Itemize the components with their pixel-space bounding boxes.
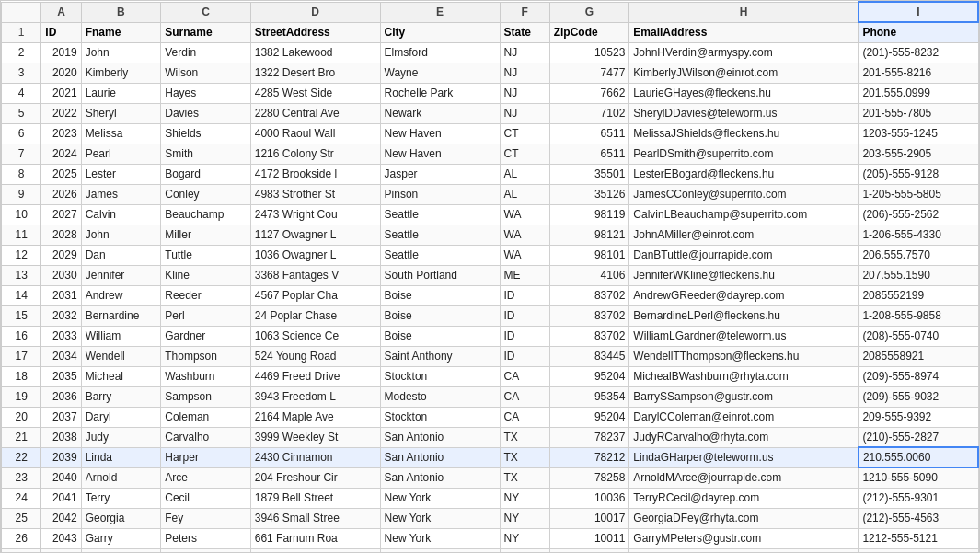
cell-id[interactable]: 2037 bbox=[41, 407, 81, 427]
table-row[interactable]: 62023MelissaShields4000 Raoul WallNew Ha… bbox=[2, 123, 979, 144]
table-row[interactable]: 142031AndrewReeder4567 Poplar ChaBoiseID… bbox=[2, 285, 979, 305]
cell-surname[interactable]: Thompson bbox=[161, 346, 250, 366]
cell-id[interactable]: 2028 bbox=[41, 225, 81, 245]
cell-email[interactable]: JohnHVerdin@armyspy.com bbox=[629, 42, 859, 63]
cell-street[interactable]: 1216 Colony Str bbox=[250, 144, 380, 164]
cell-city[interactable]: New Haven bbox=[380, 123, 500, 144]
cell-state[interactable]: CA bbox=[500, 548, 549, 553]
cell-fname[interactable]: Calvin bbox=[81, 204, 161, 225]
cell-phone[interactable]: (212)-555-9301 bbox=[859, 488, 978, 508]
cell-zip[interactable]: 95354 bbox=[549, 386, 629, 407]
cell-email[interactable]: CalvinLBeauchamp@superrito.com bbox=[629, 204, 859, 225]
table-row[interactable]: 72024PearlSmith1216 Colony StrNew HavenC… bbox=[2, 144, 979, 164]
cell-phone[interactable]: (208)-555-0740 bbox=[859, 326, 978, 346]
cell-city[interactable]: Boise bbox=[380, 285, 500, 305]
cell-zip[interactable]: 10017 bbox=[549, 508, 629, 528]
cell-email[interactable]: GarryMPeters@gustr.com bbox=[629, 528, 859, 548]
table-row[interactable]: 22019JohnVerdin1382 LakewoodElmsfordNJ10… bbox=[2, 42, 979, 63]
cell-id[interactable]: 2044 bbox=[41, 548, 81, 553]
cell-id[interactable]: 2035 bbox=[41, 366, 81, 386]
cell-email[interactable]: LesterEBogard@fleckens.hu bbox=[629, 164, 859, 184]
cell-city[interactable]: Newark bbox=[380, 103, 500, 123]
cell-surname[interactable]: Fey bbox=[161, 508, 250, 528]
cell-surname[interactable]: Shields bbox=[161, 123, 250, 144]
cell-phone[interactable]: 207.555.1590 bbox=[859, 265, 978, 285]
cell-street[interactable]: 1063 Science Ce bbox=[250, 326, 380, 346]
cell-email[interactable]: JudyRCarvalho@rhyta.com bbox=[629, 427, 859, 447]
cell-state[interactable]: NJ bbox=[500, 103, 549, 123]
cell-phone[interactable]: 1213-555-1985 bbox=[859, 548, 978, 553]
cell-state[interactable]: AL bbox=[500, 164, 549, 184]
cell-id[interactable]: 2026 bbox=[41, 184, 81, 204]
cell-surname[interactable]: Beauchamp bbox=[161, 204, 250, 225]
cell-email[interactable]: TerryRCecil@dayrep.com bbox=[629, 488, 859, 508]
cell-zip[interactable]: 35126 bbox=[549, 184, 629, 204]
cell-surname[interactable]: Washburn bbox=[161, 366, 250, 386]
cell-street[interactable]: 204 Freshour Cir bbox=[250, 467, 380, 488]
cell-surname[interactable]: Kline bbox=[161, 265, 250, 285]
cell-city[interactable]: Boise bbox=[380, 326, 500, 346]
cell-phone[interactable]: (210)-555-2827 bbox=[859, 427, 978, 447]
cell-zip[interactable]: 78212 bbox=[549, 447, 629, 467]
cell-email[interactable]: JenniferWKline@fleckens.hu bbox=[629, 265, 859, 285]
cell-city[interactable]: Los Angeles bbox=[380, 548, 500, 553]
cell-id[interactable]: 2021 bbox=[41, 83, 81, 103]
cell-zip[interactable]: 10036 bbox=[549, 488, 629, 508]
cell-state[interactable]: CT bbox=[500, 123, 549, 144]
cell-fname[interactable]: Arnold bbox=[81, 467, 161, 488]
cell-state[interactable]: NY bbox=[500, 528, 549, 548]
cell-city[interactable]: Elmsford bbox=[380, 42, 500, 63]
cell-email[interactable]: DarylCColeman@einrot.com bbox=[629, 407, 859, 427]
cell-email[interactable]: KimberlyJWilson@einrot.com bbox=[629, 63, 859, 83]
cell-phone[interactable]: 1212-555-5121 bbox=[859, 528, 978, 548]
cell-zip[interactable]: 90017 bbox=[549, 548, 629, 553]
cell-email[interactable]: SherylDDavies@teleworm.us bbox=[629, 103, 859, 123]
cell-surname[interactable]: Tuttle bbox=[161, 245, 250, 265]
cell-state[interactable]: ID bbox=[500, 326, 549, 346]
cell-state[interactable]: NJ bbox=[500, 83, 549, 103]
cell-street[interactable]: 2473 Wright Cou bbox=[250, 204, 380, 225]
cell-zip[interactable]: 98101 bbox=[549, 245, 629, 265]
cell-id[interactable]: 2025 bbox=[41, 164, 81, 184]
cell-street[interactable]: 4469 Freed Drive bbox=[250, 366, 380, 386]
cell-fname[interactable]: Micheal bbox=[81, 366, 161, 386]
cell-zip[interactable]: 98121 bbox=[549, 225, 629, 245]
cell-zip[interactable]: 7102 bbox=[549, 103, 629, 123]
col-header-i[interactable]: I bbox=[859, 2, 978, 22]
cell-street[interactable]: 1322 Desert Bro bbox=[250, 63, 380, 83]
cell-email[interactable]: GeorgiaDFey@rhyta.com bbox=[629, 508, 859, 528]
cell-zip[interactable]: 10011 bbox=[549, 528, 629, 548]
cell-city[interactable]: New York bbox=[380, 488, 500, 508]
cell-street[interactable]: 4285 West Side bbox=[250, 83, 380, 103]
cell-city[interactable]: Saint Anthony bbox=[380, 346, 500, 366]
cell-surname[interactable]: Perl bbox=[161, 305, 250, 326]
cell-surname[interactable]: Davies bbox=[161, 103, 250, 123]
cell-zip[interactable]: 6511 bbox=[549, 123, 629, 144]
cell-id[interactable]: 2030 bbox=[41, 265, 81, 285]
cell-phone[interactable]: (201)-555-8232 bbox=[859, 42, 978, 63]
cell-zip[interactable]: 95204 bbox=[549, 366, 629, 386]
cell-phone[interactable]: 209-555-9392 bbox=[859, 407, 978, 427]
col-header-b[interactable]: B bbox=[81, 2, 161, 22]
cell-fname[interactable]: Bernardine bbox=[81, 305, 161, 326]
cell-zip[interactable]: 83702 bbox=[549, 285, 629, 305]
cell-surname[interactable]: Sampson bbox=[161, 386, 250, 407]
cell-email[interactable]: LindaGHarper@teleworm.us bbox=[629, 447, 859, 467]
cell-city[interactable]: San Antonio bbox=[380, 467, 500, 488]
cell-phone[interactable]: 1210-555-5090 bbox=[859, 467, 978, 488]
cell-surname[interactable]: Smith bbox=[161, 144, 250, 164]
cell-street[interactable]: 4750 Aviation W bbox=[250, 548, 380, 553]
cell-fname[interactable]: Kimberly bbox=[81, 63, 161, 83]
col-header-f[interactable]: F bbox=[500, 2, 549, 22]
cell-state[interactable]: TX bbox=[500, 447, 549, 467]
cell-state[interactable]: ME bbox=[500, 265, 549, 285]
cell-surname[interactable]: Gardner bbox=[161, 326, 250, 346]
table-row[interactable]: 122029DanTuttle1036 Owagner LSeattleWA98… bbox=[2, 245, 979, 265]
cell-state[interactable]: ID bbox=[500, 346, 549, 366]
cell-street[interactable]: 524 Young Road bbox=[250, 346, 380, 366]
cell-phone[interactable]: (205)-555-9128 bbox=[859, 164, 978, 184]
cell-street[interactable]: 3999 Weekley St bbox=[250, 427, 380, 447]
cell-phone[interactable]: 201-555-7805 bbox=[859, 103, 978, 123]
cell-id[interactable]: 2039 bbox=[41, 447, 81, 467]
cell-city[interactable]: Stockton bbox=[380, 366, 500, 386]
